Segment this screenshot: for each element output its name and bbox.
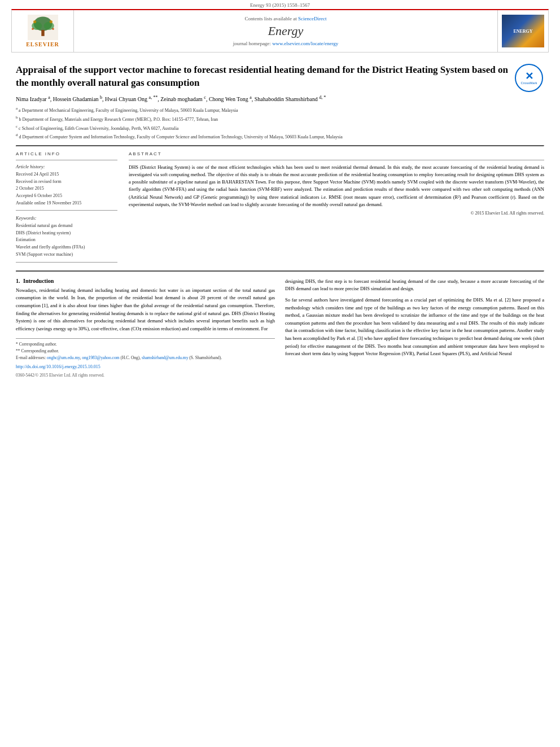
keywords-label: Keywords: — [16, 215, 117, 221]
intro-right-text-1: designing DHS, the first step is to fore… — [285, 278, 544, 293]
page-wrapper: Energy 93 (2015) 1558–1567 ELSE — [0, 0, 560, 385]
crossmark-inner: ✕ CrossMark — [515, 64, 543, 92]
journal-header: ELSEVIER Contents lists available at Sci… — [11, 9, 549, 53]
issn-line: 0360-5442/© 2015 Elsevier Ltd. All right… — [16, 372, 275, 379]
email-link-2[interactable]: ong1983@yahoo.com — [82, 355, 119, 360]
body-section: 1. Introduction Nowadays, residential he… — [16, 278, 544, 379]
doi-link[interactable]: http://dx.doi.org/10.1016/j.energy.2015.… — [16, 364, 100, 369]
body-right-column: designing DHS, the first step is to fore… — [285, 278, 544, 379]
sciencedirect-line: Contents lists available at ScienceDirec… — [245, 16, 327, 21]
copyright-line: © 2015 Elsevier Ltd. All rights reserved… — [129, 211, 544, 216]
article-info-column: ARTICLE INFO Article history: Received 2… — [16, 151, 117, 266]
info-divider-top — [16, 160, 117, 160]
article-info-heading: ARTICLE INFO — [16, 151, 117, 156]
journal-cover-image: ENERGY — [502, 15, 544, 47]
body-divider — [16, 270, 544, 272]
crossmark-cross-icon: ✕ — [525, 71, 533, 81]
intro-left-text-1: Nowadays, residential heating demand inc… — [16, 287, 275, 333]
abstract-column: ABSTRACT DHS (District Heating System) i… — [129, 151, 544, 266]
email-link[interactable]: onghc@um.edu.my — [47, 355, 80, 360]
intro-right-text-2: So far several authors have investigated… — [285, 296, 544, 358]
info-divider-bot — [16, 262, 117, 263]
intro-title: 1. Introduction — [16, 278, 275, 284]
svg-rect-4 — [41, 30, 44, 36]
section-title-text: Introduction — [23, 278, 54, 284]
keywords-section: Keywords: Residential natural gas demand… — [16, 215, 117, 259]
corresponding-note-1: * Corresponding author. — [16, 341, 275, 348]
email-note: E-mail addresses: onghc@um.edu.my, ong19… — [16, 355, 275, 361]
email-link-3[interactable]: shamshirband@um.edu.my — [142, 355, 188, 360]
sciencedirect-link[interactable]: ScienceDirect — [298, 16, 326, 21]
svg-point-5 — [33, 20, 36, 23]
elsevier-logo-section: ELSEVIER — [12, 10, 74, 52]
elsevier-logo: ELSEVIER — [26, 15, 60, 47]
keywords-list: Residential natural gas demand DHS (Dist… — [16, 222, 117, 259]
top-citation-bar: Energy 93 (2015) 1558–1567 — [0, 0, 560, 9]
email-label: E-mail addresses: — [16, 355, 46, 360]
crossmark-label: CrossMark — [520, 81, 537, 85]
body-left-column: 1. Introduction Nowadays, residential he… — [16, 278, 275, 379]
svg-point-6 — [49, 20, 52, 23]
doi-line: http://dx.doi.org/10.1016/j.energy.2015.… — [16, 364, 275, 371]
keyword-1: Residential natural gas demand — [16, 222, 117, 230]
journal-name: Energy — [268, 24, 304, 38]
received-revised-date: Received in revised formReceived in revi… — [16, 178, 117, 192]
journal-cover-section: ENERGY — [497, 10, 548, 52]
affiliation-a: a a Department of Mechanical Engineering… — [16, 106, 544, 114]
homepage-line: journal homepage: www.elsevier.com/locat… — [233, 41, 339, 46]
sciencedirect-prefix: Contents lists available at — [245, 16, 298, 21]
abstract-text: DHS (District Heating System) is one of … — [129, 164, 544, 208]
info-abstract-section: ARTICLE INFO Article history: Received 2… — [16, 151, 544, 266]
abstract-divider — [129, 160, 544, 160]
journal-cover-text: ENERGY — [513, 29, 532, 34]
affiliation-c: c c School of Engineering, Edith Cowan U… — [16, 124, 544, 132]
footer-notes: * Corresponding author. ** Corresponding… — [16, 338, 275, 379]
svg-point-7 — [32, 28, 34, 30]
crossmark-badge: ✕ CrossMark — [515, 64, 544, 93]
affiliation-b: b b Department of Energy, Materials and … — [16, 115, 544, 123]
authors-line: Nima Izadyar a, Hossein Ghadamian b, Hwa… — [16, 94, 544, 103]
keyword-3: Estimation — [16, 237, 117, 244]
accepted-date: Accepted 6 October 2015 — [16, 193, 117, 199]
elsevier-label: ELSEVIER — [26, 41, 59, 47]
info-divider-mid — [16, 210, 117, 211]
homepage-link[interactable]: www.elsevier.com/locate/energy — [272, 41, 338, 46]
abstract-heading: ABSTRACT — [129, 151, 544, 156]
citation-text: Energy 93 (2015) 1558–1567 — [250, 2, 310, 8]
corresponding-note-2: ** Corresponding author. — [16, 348, 275, 355]
article-title: Appraisal of the support vector machine … — [16, 64, 544, 90]
section-num: 1. — [16, 278, 20, 284]
available-date: Available online 19 November 2015 — [16, 200, 117, 207]
main-content: Appraisal of the support vector machine … — [0, 53, 560, 385]
history-label: Article history: — [16, 164, 117, 169]
title-divider — [16, 145, 544, 147]
svg-point-8 — [52, 28, 54, 30]
keyword-2: DHS (District heating system) — [16, 230, 117, 237]
keyword-4: Wavelet and firefly algorithms (FFAs) — [16, 244, 117, 251]
affiliation-d: d d Department of Computer System and In… — [16, 132, 544, 141]
affiliations-section: a a Department of Mechanical Engineering… — [16, 106, 544, 141]
received-date: Received 24 April 2015 — [16, 171, 117, 178]
homepage-prefix: journal homepage: — [233, 41, 272, 46]
title-section: Appraisal of the support vector machine … — [16, 64, 544, 90]
elsevier-tree-icon — [26, 15, 60, 40]
journal-header-center: Contents lists available at ScienceDirec… — [74, 10, 497, 52]
keyword-5: SVM (Support vector machine) — [16, 251, 117, 259]
